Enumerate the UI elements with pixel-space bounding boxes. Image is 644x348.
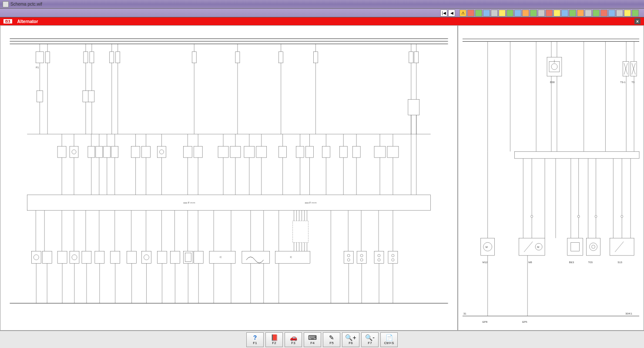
tool-btn-9[interactable] <box>530 10 537 17</box>
wiring-diagram-main[interactable]: F1 <box>0 25 458 331</box>
tool-btn-22[interactable] <box>632 10 639 17</box>
svg-rect-153 <box>42 251 52 264</box>
tool-btn-2[interactable] <box>475 10 482 17</box>
fn-vehicle-button[interactable]: 🚗 F3 <box>285 332 302 347</box>
svg-rect-187 <box>275 251 310 264</box>
svg-rect-166 <box>127 251 137 264</box>
svg-point-248 <box>577 215 580 218</box>
svg-rect-173 <box>170 251 180 264</box>
fn-keyboard-button[interactable]: ⌨ F4 <box>304 332 321 347</box>
svg-rect-198 <box>374 251 384 264</box>
tool-btn-3[interactable] <box>483 10 490 17</box>
bottom-toolbar: ? F1 📕 F2 🚗 F3 ⌨ F4 ✎ F5 🔍+ F6 🔍- F7 📄 C… <box>0 331 644 348</box>
tool-btn-7[interactable] <box>514 10 521 17</box>
svg-rect-83 <box>218 146 228 157</box>
svg-rect-11 <box>84 52 88 63</box>
svg-rect-89 <box>244 146 255 157</box>
svg-point-169 <box>144 254 149 260</box>
ground-ep8-label: EP8 <box>483 321 488 323</box>
svg-rect-58 <box>111 146 118 157</box>
svg-rect-35 <box>409 52 413 63</box>
svg-rect-98 <box>296 146 304 157</box>
bottom-component-row: C C <box>31 251 398 304</box>
tool-btn-5[interactable] <box>499 10 506 17</box>
rail-30k1-label: 30/K1 <box>625 312 632 315</box>
tool-btn-14[interactable] <box>569 10 576 17</box>
svg-rect-44 <box>408 100 419 115</box>
tool-btn-4[interactable] <box>491 10 498 17</box>
svg-rect-18 <box>116 52 120 63</box>
fn-manual-button[interactable]: 📕 F2 <box>265 332 283 347</box>
banner-close-button[interactable]: × <box>634 18 641 24</box>
svg-rect-67 <box>131 146 140 157</box>
workspace: F1 <box>0 25 644 331</box>
svg-rect-155 <box>57 251 67 264</box>
warning-icon[interactable]: ⚠ <box>460 10 466 17</box>
bus-label-right: xxx F ▭▭ <box>305 201 317 204</box>
tool-btn-21[interactable] <box>624 10 631 17</box>
svg-rect-160 <box>82 251 91 264</box>
component-b58: B58 <box>547 57 562 84</box>
fn-save-button[interactable]: 📄 Ctrl+S <box>380 332 398 347</box>
svg-rect-190 <box>344 251 353 264</box>
page-icon: 📄 <box>386 335 393 341</box>
tool-btn-10[interactable] <box>538 10 545 17</box>
svg-rect-184 <box>242 251 270 264</box>
svg-text:B58: B58 <box>550 81 555 84</box>
svg-rect-4 <box>36 52 44 63</box>
tool-btn-15[interactable] <box>577 10 584 17</box>
ground-ep5-label: EP5 <box>522 321 527 323</box>
tool-btn-19[interactable] <box>608 10 615 17</box>
banner-badge: B3 <box>3 19 12 23</box>
svg-point-192 <box>347 258 350 261</box>
svg-point-204 <box>392 258 394 261</box>
nav-first-button[interactable]: |◀ <box>440 10 447 17</box>
tool-btn-6[interactable] <box>506 10 513 17</box>
fn-zoom-in-button[interactable]: 🔍+ F6 <box>342 332 359 347</box>
svg-point-199 <box>378 254 380 257</box>
svg-rect-104 <box>322 146 330 157</box>
svg-rect-48 <box>57 146 66 157</box>
svg-rect-77 <box>183 146 192 157</box>
fn-help-button[interactable]: ? F1 <box>246 332 264 347</box>
svg-point-151 <box>34 254 39 260</box>
svg-rect-90 <box>256 146 267 157</box>
wiring-diagram-side[interactable]: B58 T3-1 T3 <box>458 25 644 331</box>
tool-btn-20[interactable] <box>616 10 623 17</box>
svg-point-267 <box>592 245 595 248</box>
svg-rect-176 <box>185 253 191 262</box>
book-icon: 📕 <box>271 335 278 341</box>
svg-text:C: C <box>290 256 292 258</box>
svg-point-200 <box>378 258 380 261</box>
svg-point-203 <box>392 254 394 257</box>
window-title: Schema pctc.wif <box>10 2 42 7</box>
svg-point-196 <box>360 258 363 261</box>
svg-text:M12: M12 <box>483 261 488 264</box>
tool-btn-16[interactable] <box>585 10 592 17</box>
svg-rect-113 <box>374 146 386 157</box>
nav-prev-button[interactable]: ◀ <box>448 10 455 17</box>
svg-rect-42 <box>83 91 89 102</box>
svg-text:T3-1: T3-1 <box>620 81 626 84</box>
help-icon: ? <box>253 335 257 341</box>
tool-btn-1[interactable] <box>467 10 474 17</box>
rail-31-label: 31 <box>463 312 466 315</box>
tool-btn-17[interactable] <box>593 10 600 17</box>
svg-rect-32 <box>313 52 318 63</box>
tool-btn-12[interactable] <box>553 10 560 17</box>
keyboard-icon: ⌨ <box>308 335 317 341</box>
tool-btn-13[interactable] <box>561 10 568 17</box>
svg-rect-41 <box>37 91 43 102</box>
svg-rect-38 <box>414 52 419 63</box>
tool-btn-8[interactable] <box>522 10 529 17</box>
svg-text:T03: T03 <box>588 261 593 264</box>
fn-zoom-out-button[interactable]: 🔍- F7 <box>361 332 379 347</box>
pencil-icon: ✎ <box>329 335 334 341</box>
component-s13: S13 <box>610 238 634 264</box>
top-toolbar: |◀ ◀ ⚠ <box>0 9 644 17</box>
tool-btn-11[interactable] <box>546 10 553 17</box>
fn-edit-button[interactable]: ✎ F5 <box>323 332 340 347</box>
tool-btn-18[interactable] <box>600 10 607 17</box>
svg-rect-107 <box>339 146 347 157</box>
window-titlebar: Schema pctc.wif <box>0 0 644 9</box>
